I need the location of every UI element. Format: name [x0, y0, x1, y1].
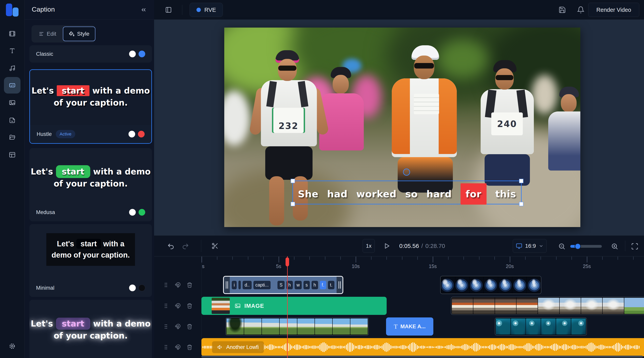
color-dot-primary[interactable]	[129, 51, 136, 57]
color-dot-accent[interactable]	[138, 131, 145, 137]
preview-caption-word[interactable]: had	[327, 188, 348, 199]
save-button[interactable]	[558, 5, 567, 14]
preview-caption-word[interactable]: for	[460, 183, 487, 205]
tab-style-label: Style	[77, 31, 89, 37]
video-clip-teal[interactable]	[495, 318, 587, 336]
play-button[interactable]	[383, 242, 390, 250]
split-button[interactable]	[211, 242, 219, 250]
filmstrip-frame	[560, 298, 581, 314]
slider-thumb[interactable]	[575, 243, 581, 250]
caption-word-chip[interactable]: h	[312, 281, 318, 289]
undo-button[interactable]	[167, 243, 174, 250]
playhead-grip[interactable]	[286, 257, 289, 266]
resize-handle-top-right[interactable]	[519, 179, 524, 183]
audio-clip[interactable]: Another Lowfi	[202, 338, 644, 356]
preview-caption-word[interactable]: so	[405, 188, 418, 199]
text-clip[interactable]: T MAKE A...	[386, 318, 433, 336]
rail-item-images[interactable]	[4, 94, 20, 111]
timeline-ruler[interactable]: s5s10s15s20s25s	[154, 256, 644, 270]
project-badge[interactable]: RVE	[190, 3, 223, 17]
caption-word-chip[interactable]: w	[294, 281, 302, 289]
rail-item-text[interactable]	[4, 42, 20, 59]
drag-handle-icon[interactable]	[163, 324, 169, 330]
video-clip-rocket[interactable]	[451, 297, 644, 315]
fullscreen-button[interactable]	[631, 243, 638, 250]
redo-button[interactable]	[182, 243, 189, 250]
color-dot-accent[interactable]	[138, 285, 145, 291]
preview-caption-word[interactable]: hard	[426, 188, 452, 199]
tab-style[interactable]: Style	[63, 26, 95, 41]
rail-item-templates[interactable]	[4, 146, 20, 163]
caption-word-chip[interactable]	[238, 281, 241, 289]
preview-caption-word[interactable]: this	[495, 188, 516, 199]
video-clip-grass[interactable]	[226, 318, 369, 336]
preset-card-medusa[interactable]: Let's start with a demo of your caption.…	[29, 148, 152, 221]
trash-icon[interactable]	[186, 324, 192, 330]
rail-item-captions[interactable]	[4, 77, 20, 93]
preset-card-minimal[interactable]: Let's start with a demo of your caption.…	[29, 224, 152, 297]
caption-clip[interactable]: id..capti...Shwshf.t.	[223, 276, 343, 294]
color-dot-accent[interactable]	[138, 51, 145, 57]
image-clip[interactable]: IMAGE	[202, 297, 387, 315]
rail-item-settings[interactable]	[4, 338, 20, 355]
controls-divider	[625, 241, 625, 251]
horizontal-scrollbar[interactable]	[202, 356, 643, 358]
rail-item-stickers[interactable]	[4, 112, 20, 129]
drag-handle-icon[interactable]	[163, 344, 169, 350]
rotate-handle[interactable]	[403, 169, 410, 176]
preset-name: Minimal	[36, 285, 54, 291]
preset-card-hustle[interactable]: Let's start with a demo of your caption.…	[29, 69, 152, 144]
preset-name: Classic	[36, 51, 53, 57]
timeline-zoom-slider[interactable]	[570, 245, 602, 248]
preview-caption-word[interactable]: worked	[356, 188, 397, 199]
caption-word-chip[interactable]: i	[232, 281, 237, 289]
drag-handle-icon[interactable]	[163, 282, 169, 288]
magnet-icon[interactable]	[175, 324, 181, 330]
race-bib: 232	[272, 108, 305, 133]
preset-card-glow[interactable]: Let's start with a demo of your caption.	[29, 300, 152, 358]
playback-speed-button[interactable]: 1x	[362, 239, 375, 253]
preset-color-dots	[129, 51, 145, 57]
preview-caption-word[interactable]: She	[298, 188, 318, 199]
trash-icon[interactable]	[186, 282, 192, 288]
scissors-icon	[211, 242, 219, 250]
trim-handle-right[interactable]	[336, 277, 342, 293]
app-logo[interactable]	[5, 3, 19, 17]
collapse-panel-button[interactable]	[140, 5, 150, 14]
color-dot-primary[interactable]	[129, 209, 136, 216]
tab-edit[interactable]: Edit	[33, 26, 62, 41]
trash-icon[interactable]	[186, 344, 192, 350]
preset-card-classic[interactable]: Classic	[29, 45, 152, 63]
chevrons-left-icon	[140, 6, 150, 13]
color-dot-accent[interactable]	[138, 209, 145, 216]
rail-item-audio[interactable]	[4, 60, 20, 76]
aspect-ratio-select[interactable]: 16:9	[513, 239, 547, 253]
zoom-out-button[interactable]	[558, 243, 566, 250]
drag-handle-icon[interactable]	[163, 303, 169, 309]
preview-caption[interactable]: Shehadworkedsohardforthis	[292, 183, 522, 205]
video-canvas[interactable]: 232 240	[224, 27, 580, 227]
caption-word-chip[interactable]: t.	[328, 281, 334, 289]
caption-word-chip[interactable]: f.	[320, 281, 326, 289]
caption-word-chip[interactable]: s	[304, 281, 310, 289]
resize-handle-top-left[interactable]	[291, 179, 295, 183]
filmstrip-frame	[226, 319, 244, 335]
notifications-button[interactable]	[577, 5, 586, 14]
rail-item-video[interactable]	[4, 25, 20, 42]
magnet-icon[interactable]	[175, 344, 181, 350]
playhead[interactable]	[287, 256, 288, 358]
color-dot-primary[interactable]	[128, 131, 135, 137]
caption-word-chip[interactable]: d..	[242, 281, 252, 289]
render-video-button[interactable]: Render Video	[588, 3, 639, 17]
zoom-in-button[interactable]	[611, 243, 618, 250]
magnet-icon[interactable]	[175, 303, 181, 309]
rail-item-uploads[interactable]	[4, 129, 20, 146]
toggle-sidebar-button[interactable]	[165, 5, 174, 14]
color-dot-primary[interactable]	[129, 285, 136, 291]
magnet-icon[interactable]	[175, 282, 181, 288]
video-clip-earth[interactable]	[440, 276, 541, 294]
caption-word-chip[interactable]: S	[278, 281, 284, 289]
trim-handle-left[interactable]	[224, 277, 230, 293]
caption-word-chip[interactable]: capti...	[254, 281, 271, 289]
trash-icon[interactable]	[186, 303, 192, 309]
